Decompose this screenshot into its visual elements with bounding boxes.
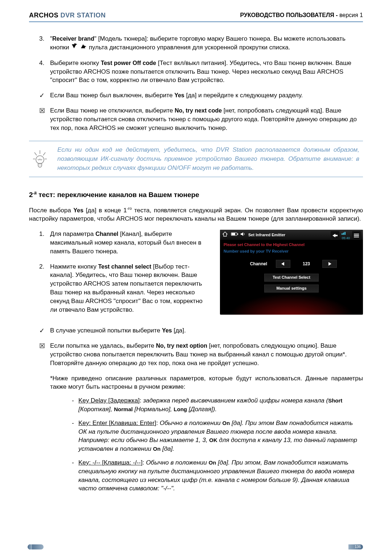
svg-marker-21 <box>328 262 331 266</box>
channel-selector: Channel 123 <box>220 260 363 268</box>
tip-callout: Если ни один код не действует, убедитесь… <box>29 141 363 177</box>
svg-marker-13 <box>332 234 338 237</box>
doc-version: версия 1 <box>339 12 363 18</box>
step-3: 3. "Receiver brand" [Модель тюнера]: выб… <box>50 34 363 52</box>
channel-label: Channel <box>246 261 267 267</box>
svg-rect-17 <box>354 234 359 234</box>
x-icon: ☒ <box>39 106 45 115</box>
section-intro: После выбора Yes [да] в конце 1-го теста… <box>29 206 363 223</box>
result-no-1: ☒ Если Ваш тюнер не отключился, выберите… <box>50 106 363 132</box>
page-footer: 136 <box>29 544 363 549</box>
svg-rect-11 <box>237 233 238 235</box>
channel-incr-button[interactable] <box>322 260 337 268</box>
page-number: 136 <box>348 544 363 549</box>
svg-line-6 <box>34 152 37 155</box>
svg-rect-15 <box>343 233 344 235</box>
tip-text: Если ни один код не действует, убедитесь… <box>57 146 359 172</box>
channel-value: 123 <box>299 261 314 267</box>
svg-rect-12 <box>232 233 235 235</box>
step2-1: 1. Для параметра Channel [Канал], выбери… <box>50 230 211 255</box>
signal-icon <box>342 230 348 237</box>
brand-dvr: DVR STATION <box>58 12 106 19</box>
step-4: 4. Выберите кнопку Test power Off code [… <box>50 59 363 85</box>
svg-point-4 <box>36 156 44 164</box>
result-yes-2: ✓ В случае успешной попытки выберите Yes… <box>50 326 363 335</box>
option-key-enter: - Key: Enter [Клавиша: Enter]: Обычно в … <box>78 419 363 453</box>
brand-archos: ARCHOS <box>29 12 58 19</box>
footer-decor-left <box>29 544 44 549</box>
option-key-dash: - Key: -/-- [Клавиша: -/--]: Обычно в по… <box>78 458 363 493</box>
svg-marker-1 <box>74 43 77 45</box>
speaker-icon <box>240 232 245 238</box>
battery-icon <box>231 232 239 238</box>
home-icon <box>222 231 228 239</box>
svg-marker-3 <box>83 45 86 48</box>
step-number: 1. <box>39 230 44 238</box>
asterisk-note: *Ниже приведено описание различных парам… <box>50 374 363 392</box>
step-number: 3. <box>39 34 44 43</box>
header-bar: ARCHOS DVR STATION РУКОВОДСТВО ПОЛЬЗОВАТ… <box>29 11 363 22</box>
brand: ARCHOS DVR STATION <box>29 11 106 20</box>
svg-rect-18 <box>354 235 359 236</box>
step2-2: 2. Нажмите кнопку Test channel select [В… <box>50 262 211 314</box>
step-number: 4. <box>39 59 44 68</box>
svg-rect-14 <box>342 233 343 235</box>
device-statusbar: Set Infrared Emitter 05:40 <box>220 230 363 240</box>
device-screenshot: Set Infrared Emitter 05:40 Please set Ch… <box>220 230 363 315</box>
doc-title: РУКОВОДСТВО ПОЛЬЗОВАТЕЛЯ - версия 1 <box>240 11 363 19</box>
manual-settings-button[interactable]: Manual settings <box>264 285 319 293</box>
svg-marker-20 <box>281 262 284 266</box>
test-channel-select-button[interactable]: Test Channel Select <box>264 274 319 282</box>
lightbulb-icon <box>29 146 51 172</box>
svg-line-7 <box>43 152 45 155</box>
option-key-delay: - Key Delay [Задержка]: задержка перед в… <box>78 396 363 414</box>
result-no-2: ☒ Если попытка не удалась, выберите No, … <box>50 342 363 367</box>
check-icon: ✓ <box>39 326 45 335</box>
svg-rect-16 <box>344 232 346 235</box>
x-icon: ☒ <box>39 342 45 351</box>
menu-button[interactable] <box>352 231 361 240</box>
step-number: 2. <box>39 262 44 271</box>
section-heading-2: 2-й тест: переключение каналов на Вашем … <box>29 190 363 200</box>
check-icon: ✓ <box>39 91 45 100</box>
doc-title-main: РУКОВОДСТВО ПОЛЬЗОВАТЕЛЯ - <box>240 12 339 18</box>
remote-up-icon <box>80 43 87 52</box>
device-instruction-1: Please set Channel to the Highest Channe… <box>220 240 363 248</box>
device-screen-title: Set Infrared Emitter <box>248 232 285 238</box>
back-button[interactable] <box>331 231 339 240</box>
result-yes-1: ✓ Если Ваш тюнер был выключен, выберите … <box>50 91 363 100</box>
svg-rect-19 <box>354 237 359 237</box>
device-instruction-2: Number used by your TV Receiver <box>220 248 363 258</box>
device-time: 05:40 <box>342 237 350 240</box>
channel-decr-button[interactable] <box>276 260 290 268</box>
remote-down-icon <box>71 43 78 52</box>
